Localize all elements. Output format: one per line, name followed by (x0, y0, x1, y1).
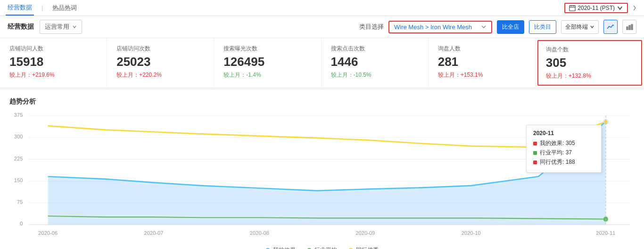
date-selector[interactable]: 2020-11 (PST) (564, 3, 628, 13)
metric-label-0: 店铺访问人数 (9, 45, 97, 53)
svg-text:225: 225 (14, 155, 23, 161)
svg-text:2020-08: 2020-08 (250, 230, 269, 236)
tooltip-dot-1 (533, 151, 537, 155)
metric-change-1: 较上月：+220.2% (116, 71, 204, 79)
metrics-row: 店铺访问人数 15918 较上月：+219.6% 店铺访问次数 25023 较上… (0, 38, 644, 88)
metric-label-5: 询盘个数 (546, 46, 634, 54)
toolbar-right: 类目选择 Wire Mesh > Iron Wire Mesh 比全店 比类目 … (359, 20, 636, 34)
bar-chart-button[interactable] (622, 20, 636, 34)
metric-change-5: 较上月：+132.8% (546, 72, 634, 80)
tooltip-dot-0 (533, 142, 537, 145)
svg-rect-5 (629, 25, 630, 30)
metric-change-3: 较上月：-10.5% (331, 71, 419, 79)
chart-container: 375 300 225 150 75 0 2020-06 2020-07 202… (9, 111, 635, 242)
legend-item-1: 行业平均 (307, 246, 337, 249)
metric-change-4: 较上月：+153.1% (438, 71, 526, 79)
tooltip-row-0: 我的效果: 305 (533, 139, 594, 147)
tooltip-label-2: 同行优秀: 188 (540, 158, 575, 166)
metric-card-1: 店铺访问次数 25023 较上月：+220.2% (107, 38, 214, 88)
terminal-chevron-icon (590, 24, 594, 29)
metric-label-4: 询盘人数 (438, 45, 526, 53)
metric-card-0: 店铺访问人数 15918 较上月：+219.6% (0, 38, 107, 88)
tooltip-row-2: 同行优秀: 188 (533, 158, 594, 166)
tooltip-label-1: 行业平均: 37 (540, 149, 572, 157)
nav-item-repin[interactable]: 热品热词 (50, 1, 79, 15)
svg-text:0: 0 (20, 221, 23, 226)
section-title: 经营数据 (8, 23, 34, 31)
metric-change-0: 较上月：+219.6% (9, 71, 97, 79)
chart-title: 趋势分析 (9, 97, 635, 106)
category-label: 类目选择 (359, 23, 384, 31)
svg-text:2020-10: 2020-10 (462, 230, 481, 236)
svg-text:2020-07: 2020-07 (144, 230, 163, 236)
compare-category-button[interactable]: 比类目 (529, 20, 556, 34)
svg-text:2020-09: 2020-09 (355, 230, 375, 236)
terminal-dropdown[interactable]: 全部终端 (561, 20, 599, 34)
dropdown-chevron-icon (72, 24, 77, 29)
top-navigation: 经营数据 | 热品热词 2020-11 (PST) (0, 0, 644, 16)
metric-label-1: 店铺访问次数 (116, 45, 204, 53)
nav-separator: | (41, 4, 43, 11)
nav-expand-icon[interactable] (632, 5, 638, 11)
main-toolbar: 经营数据 运营常用 类目选择 Wire Mesh > Iron Wire Mes… (0, 16, 644, 38)
metric-card-5: 询盘个数 305 较上月：+132.8% (537, 40, 642, 86)
svg-text:375: 375 (14, 112, 23, 118)
svg-text:150: 150 (14, 177, 23, 183)
category-selector[interactable]: Wire Mesh > Iron Wire Mesh (388, 21, 492, 33)
metric-value-2: 126495 (223, 55, 311, 69)
svg-text:2020-06: 2020-06 (38, 230, 58, 236)
metric-change-2: 较上月：-1.4% (223, 71, 311, 79)
legend-label-2: 同行优秀 (356, 246, 379, 249)
tooltip-dot-2 (533, 161, 537, 164)
metric-card-2: 搜索曝光次数 126495 较上月：-1.4% (214, 38, 321, 88)
nav-item-jingying[interactable]: 经营数据 (6, 0, 34, 16)
svg-marker-25 (48, 122, 606, 225)
operation-type-dropdown[interactable]: 运营常用 (40, 20, 82, 34)
chart-tooltip: 2020-11 我的效果: 305 行业平均: 37 同行优秀: 188 (526, 125, 602, 173)
line-chart-button[interactable] (603, 20, 618, 34)
metric-label-3: 搜索点击次数 (331, 45, 419, 53)
operation-type-label: 运营常用 (45, 23, 69, 31)
category-value: Wire Mesh > Iron Wire Mesh (394, 24, 472, 31)
legend-label-0: 我的效果 (273, 246, 296, 249)
svg-rect-0 (570, 5, 575, 10)
top-nav-right: 2020-11 (PST) (564, 3, 638, 13)
metric-value-1: 25023 (116, 55, 204, 69)
svg-text:75: 75 (17, 199, 23, 205)
date-value: 2020-11 (PST) (578, 5, 615, 11)
metric-value-3: 1446 (331, 55, 419, 69)
metric-value-4: 281 (438, 55, 526, 69)
legend-label-1: 行业平均 (314, 246, 337, 249)
chevron-down-icon (617, 5, 623, 11)
chart-legend: 我的效果 行业平均 同行优秀 (9, 246, 635, 249)
metric-label-2: 搜索曝光次数 (223, 45, 311, 53)
metric-value-5: 305 (546, 56, 634, 70)
calendar-icon (569, 5, 576, 11)
category-chevron-icon (481, 24, 487, 30)
terminal-label: 全部终端 (565, 23, 588, 31)
metric-value-0: 15918 (9, 55, 97, 69)
svg-rect-4 (627, 27, 628, 30)
chart-section: 趋势分析 375 300 225 150 75 0 2020-06 2020-0… (0, 90, 644, 249)
compare-shop-button[interactable]: 比全店 (497, 20, 524, 34)
tooltip-date: 2020-11 (533, 130, 594, 137)
svg-rect-6 (631, 24, 633, 30)
legend-item-2: 同行优秀 (348, 246, 379, 249)
legend-item-0: 我的效果 (265, 246, 296, 249)
metric-card-4: 询盘人数 281 较上月：+153.1% (429, 38, 536, 88)
tooltip-label-0: 我的效果: 305 (540, 139, 575, 147)
metric-card-3: 搜索点击次数 1446 较上月：-10.5% (322, 38, 429, 88)
svg-text:2020-11: 2020-11 (596, 230, 615, 236)
tooltip-row-1: 行业平均: 37 (533, 149, 594, 157)
svg-text:300: 300 (14, 134, 23, 139)
